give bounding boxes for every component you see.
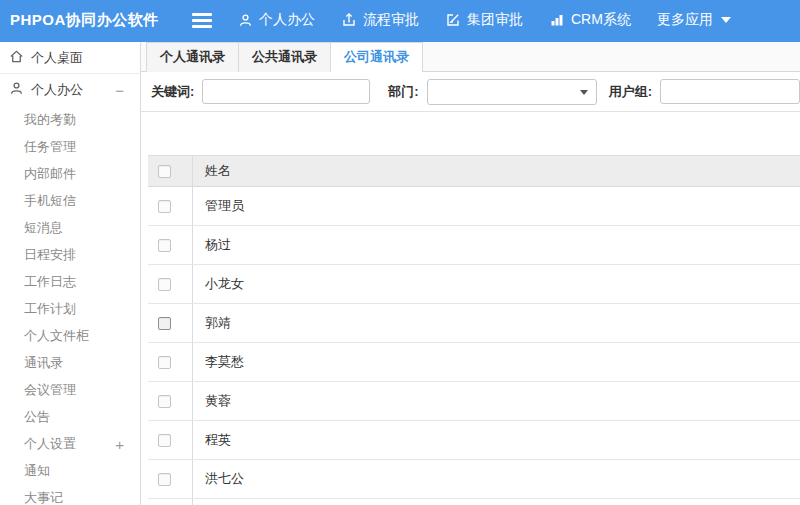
sidebar-item-notification[interactable]: 通知 (0, 457, 140, 484)
name-cell: 李莫愁 (193, 353, 244, 371)
sidebar-item-label: 通讯录 (24, 354, 63, 372)
row-checkbox-cell (148, 421, 193, 459)
flow-icon (341, 12, 357, 28)
person-icon (238, 13, 253, 28)
nav-item-label: 流程审批 (363, 11, 419, 29)
name-cell: 程英 (193, 431, 231, 449)
tab-public-contacts[interactable]: 公共通讯录 (238, 42, 330, 72)
table-row: 小龙女 (148, 265, 800, 304)
select-all-checkbox[interactable] (158, 165, 171, 178)
person-icon (9, 81, 24, 99)
nav-personal-office[interactable]: 个人办公 (238, 11, 315, 29)
select-all-cell (148, 156, 193, 186)
tab-company-contacts[interactable]: 公司通讯录 (330, 42, 423, 73)
sidebar-item-label: 大事记 (24, 489, 63, 505)
nav-item-label: 集团审批 (467, 11, 523, 29)
nav-group-approval[interactable]: 集团审批 (445, 11, 523, 29)
usergroup-input[interactable] (660, 79, 800, 104)
sidebar-item-announcement[interactable]: 公告 (0, 403, 140, 430)
sidebar-item-meeting-management[interactable]: 会议管理 (0, 376, 140, 403)
caret-down-icon (721, 17, 731, 23)
table-header-row: 姓名 (148, 155, 800, 187)
row-checkbox[interactable] (158, 473, 171, 486)
sidebar-item-label: 内部邮件 (24, 165, 76, 183)
row-checkbox-cell (148, 187, 193, 225)
row-checkbox-cell (148, 460, 193, 498)
row-checkbox[interactable] (158, 356, 171, 369)
name-cell: 黄蓉 (193, 392, 231, 410)
app-header: PHPOA协同办公软件 个人办公流程审批集团审批CRM系统更多应用 (0, 0, 800, 42)
sidebar-item-label: 个人设置 (24, 435, 76, 453)
table-row: 管理员 (148, 187, 800, 226)
row-checkbox-cell (148, 265, 193, 303)
name-cell: 杨过 (193, 236, 231, 254)
row-checkbox-cell (148, 343, 193, 381)
row-checkbox-cell (148, 499, 193, 505)
row-checkbox[interactable] (158, 395, 171, 408)
tab-bar: 个人通讯录公共通讯录公司通讯录 (141, 42, 800, 72)
sidebar-item-contacts[interactable]: 通讯录 (0, 349, 140, 376)
sidebar-item-label: 工作日志 (24, 273, 76, 291)
sidebar-item-label: 任务管理 (24, 138, 76, 156)
sidebar-item-sms[interactable]: 手机短信 (0, 187, 140, 214)
sidebar-item-task-management[interactable]: 任务管理 (0, 133, 140, 160)
name-cell: 管理员 (193, 197, 244, 215)
app-title: PHPOA协同办公软件 (0, 11, 192, 30)
table-row: 黄蓉 (148, 382, 800, 421)
sidebar-item-label: 我的考勤 (24, 111, 76, 129)
expand-icon[interactable]: + (115, 436, 124, 451)
nav-item-label: CRM系统 (571, 11, 631, 29)
sidebar-item-personal-office[interactable]: 个人办公− (0, 74, 140, 106)
nav-item-label: 个人办公 (259, 11, 315, 29)
keyword-input[interactable] (202, 79, 370, 104)
row-checkbox-cell (148, 382, 193, 420)
sidebar-item-personal-desktop[interactable]: 个人桌面 (0, 42, 140, 74)
contacts-table: 姓名 管理员杨过小龙女郭靖李莫愁黄蓉程英洪七公 (148, 155, 800, 505)
sidebar-item-label: 公告 (24, 408, 50, 426)
department-label: 部门: (388, 83, 418, 101)
tab-personal-contacts[interactable]: 个人通讯录 (146, 42, 238, 72)
sidebar-item-label: 通知 (24, 462, 50, 480)
department-select[interactable] (427, 79, 597, 105)
sidebar-item-label: 个人文件柜 (24, 327, 89, 345)
nav-crm-system[interactable]: CRM系统 (549, 11, 631, 29)
home-icon (9, 49, 24, 67)
collapse-icon[interactable]: − (115, 83, 124, 98)
nav-item-label: 更多应用 (657, 11, 713, 29)
menu-toggle-icon[interactable] (192, 13, 212, 28)
chart-icon (549, 12, 565, 28)
usergroup-label: 用户组: (609, 83, 652, 101)
sidebar-item-schedule[interactable]: 日程安排 (0, 241, 140, 268)
nav-workflow-approval[interactable]: 流程审批 (341, 11, 419, 29)
name-cell: 郭靖 (193, 314, 231, 332)
sidebar-item-work-plan[interactable]: 工作计划 (0, 295, 140, 322)
nav-more-apps[interactable]: 更多应用 (657, 11, 731, 29)
sidebar-item-label: 个人办公 (31, 81, 83, 99)
sidebar-item-personal-files[interactable]: 个人文件柜 (0, 322, 140, 349)
row-checkbox-cell (148, 304, 193, 342)
row-checkbox[interactable] (158, 434, 171, 447)
row-checkbox[interactable] (158, 200, 171, 213)
sidebar-item-label: 会议管理 (24, 381, 76, 399)
table-row (148, 499, 800, 505)
sidebar-item-personal-settings[interactable]: 个人设置+ (0, 430, 140, 457)
name-cell: 洪七公 (193, 470, 244, 488)
name-cell: 小龙女 (193, 275, 244, 293)
sidebar-item-work-log[interactable]: 工作日志 (0, 268, 140, 295)
table-row: 郭靖 (148, 304, 800, 343)
row-checkbox[interactable] (158, 278, 171, 291)
name-column-header: 姓名 (193, 162, 231, 180)
keyword-label: 关键词: (151, 83, 194, 101)
table-row: 杨过 (148, 226, 800, 265)
sidebar-item-my-attendance[interactable]: 我的考勤 (0, 106, 140, 133)
edit-icon (445, 12, 461, 28)
sidebar-item-internal-mail[interactable]: 内部邮件 (0, 160, 140, 187)
filter-bar: 关键词: 部门: 用户组: (141, 72, 800, 112)
sidebar-item-short-message[interactable]: 短消息 (0, 214, 140, 241)
row-checkbox-cell (148, 226, 193, 264)
sidebar-item-label: 个人桌面 (31, 49, 83, 67)
sidebar-item-memorabilia[interactable]: 大事记 (0, 484, 140, 505)
row-checkbox[interactable] (158, 317, 171, 330)
row-checkbox[interactable] (158, 239, 171, 252)
table-row: 李莫愁 (148, 343, 800, 382)
